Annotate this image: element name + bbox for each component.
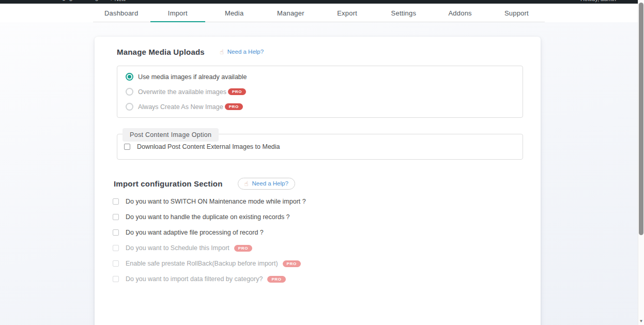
tab-support[interactable]: Support <box>488 4 545 22</box>
updates-icon[interactable]: ↻ <box>61 0 66 4</box>
config-checkbox[interactable] <box>113 198 119 205</box>
page-body: DashboardImportMediaManagerExportSetting… <box>0 4 638 325</box>
radio-button[interactable] <box>126 103 133 111</box>
media-help-link[interactable]: ☝ Need a Help? <box>220 48 264 56</box>
config-checkbox[interactable] <box>113 229 119 236</box>
new-button[interactable]: + New <box>110 0 126 4</box>
import-config-checklist: Do you want to SWITCH ON Maintenance mod… <box>113 196 523 284</box>
config-check-label: Do you want adaptive file processing of … <box>126 229 264 236</box>
import-config-help-button[interactable]: ☝ Need a Help? <box>238 178 295 190</box>
media-option-label: Use media images if already available <box>138 73 247 81</box>
tab-settings[interactable]: Settings <box>375 4 432 22</box>
config-check-row: Do you want to Schedule this ImportPRO <box>113 243 523 253</box>
radio-button[interactable] <box>126 73 133 81</box>
media-option-label: Always Create As New Image <box>138 103 223 111</box>
hand-icon: ☝ <box>244 180 249 188</box>
tab-dashboard[interactable]: Dashboard <box>93 4 149 22</box>
scrollbar-thumb[interactable] <box>639 3 643 235</box>
download-external-images-checkbox[interactable] <box>124 144 130 150</box>
media-option-row: Always Create As New ImagePRO <box>117 99 523 114</box>
nav-strip: DashboardImportMediaManagerExportSetting… <box>0 4 638 22</box>
config-check-label: Enable safe prestate RollBack(Backup bef… <box>126 260 278 267</box>
config-check-row: Do you want to SWITCH ON Maintenance mod… <box>113 196 523 207</box>
vertical-scrollbar[interactable]: ▼ <box>638 0 644 325</box>
post-content-legend: Post Content Image Option <box>122 128 219 142</box>
import-config-title: Import configuration Section <box>114 179 223 188</box>
media-help-label: Need a Help? <box>227 49 264 55</box>
media-option-row: Overwrite the available imagesPRO <box>117 84 523 99</box>
wp-admin-bar: ↻ 3 0 + New Howdy, admin <box>0 0 638 4</box>
config-check-row: Do you want adaptive file processing of … <box>113 227 523 238</box>
config-check-row: Enable safe prestate RollBack(Backup bef… <box>113 258 523 269</box>
tab-bar: DashboardImportMediaManagerExportSetting… <box>93 4 545 22</box>
howdy-account[interactable]: Howdy, admin <box>580 0 616 4</box>
media-options-box: Use media images if already availableOve… <box>117 66 523 118</box>
radio-button[interactable] <box>126 88 133 96</box>
config-check-label: Do you want to SWITCH ON Maintenance mod… <box>126 198 306 205</box>
tab-media[interactable]: Media <box>206 4 263 22</box>
tab-import[interactable]: Import <box>149 4 206 22</box>
pro-badge: PRO <box>228 88 246 95</box>
media-option-label: Overwrite the available images <box>138 88 226 96</box>
config-checkbox[interactable] <box>113 260 119 267</box>
pro-badge: PRO <box>267 276 285 283</box>
config-check-label: Do you want to handle the duplicate on e… <box>126 213 290 221</box>
media-option-row: Use media images if already available <box>117 69 523 84</box>
pro-badge: PRO <box>283 260 301 267</box>
config-check-row: Do you want to handle the duplicate on e… <box>113 212 523 222</box>
tab-manager[interactable]: Manager <box>263 4 319 22</box>
pro-badge: PRO <box>225 103 243 110</box>
config-checkbox[interactable] <box>113 214 119 220</box>
scrollbar-down-arrow[interactable]: ▼ <box>638 319 644 324</box>
post-content-box: Post Content Image Option Download Post … <box>117 134 523 160</box>
pro-badge: PRO <box>234 245 252 252</box>
media-section-title: Manage Media Uploads <box>117 48 205 56</box>
comments-count[interactable]: 0 <box>95 0 98 4</box>
download-external-images-label: Download Post Content External Images to… <box>137 143 280 150</box>
content-card: Manage Media Uploads ☝ Need a Help? Use … <box>95 37 541 325</box>
config-checkbox[interactable] <box>113 276 119 282</box>
config-check-label: Do you want to Schedule this Import <box>126 244 229 252</box>
config-check-row: Do you want to import data filtered by c… <box>113 274 523 284</box>
tab-addons[interactable]: Addons <box>432 4 488 22</box>
config-checkbox[interactable] <box>113 245 119 251</box>
config-check-label: Do you want to import data filtered by c… <box>126 275 263 283</box>
import-config-help-label: Need a Help? <box>252 180 288 187</box>
hand-icon: ☝ <box>220 48 224 56</box>
tab-export[interactable]: Export <box>319 4 375 22</box>
updates-count[interactable]: 3 <box>69 0 72 4</box>
